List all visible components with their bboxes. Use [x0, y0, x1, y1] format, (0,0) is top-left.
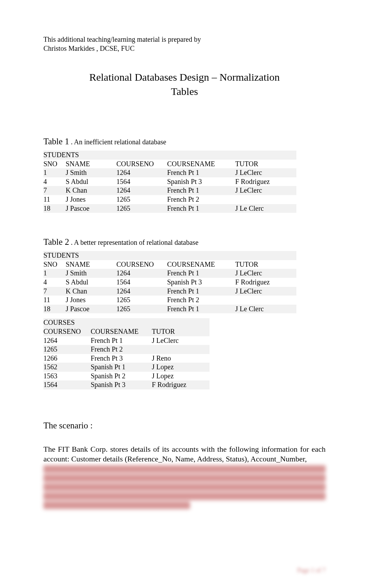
- table-row: 1563Spanish Pt 2J Lopez: [43, 372, 210, 381]
- table-header-row: COURSENO COURSENAME TUTOR: [43, 327, 210, 336]
- table1-caption-text: An inefficient relational database: [74, 138, 166, 146]
- col-courseno: COURSENO: [116, 160, 167, 169]
- table1-dot: .: [69, 138, 74, 146]
- col-coursename: COURSENAME: [167, 160, 235, 169]
- table1-title: STUDENTS: [43, 151, 296, 160]
- prep-line-1: This additional teaching/learning materi…: [43, 35, 201, 43]
- table1-students: STUDENTS SNO SNAME COURSENO COURSENAME T…: [43, 151, 296, 213]
- table-row: 18J Pascoe1265French Pt 1J Le Clerc: [43, 305, 296, 314]
- title-line-1: Relational Databases Design – Normalizat…: [43, 70, 326, 84]
- table-row: 1J Smith1264French Pt 1J LeClerc: [43, 168, 296, 177]
- scenario-heading: The scenario :: [43, 421, 326, 430]
- table2-students: STUDENTS SNO SNAME COURSENO COURSENAME T…: [43, 251, 296, 313]
- blurred-preview-text: [43, 465, 326, 509]
- table-row: 7K Chan1264French Pt 1J LeClerc: [43, 287, 296, 296]
- table2-courses-title: COURSES: [43, 318, 210, 327]
- table-header-row: SNO SNAME COURSENO COURSENAME TUTOR: [43, 160, 296, 169]
- table-row: 11J Jones1265French Pt 2: [43, 296, 296, 305]
- table-row: 1562Spanish Pt 1J Lopez: [43, 363, 210, 372]
- table-row: 1264French Pt 1J LeClerc: [43, 336, 210, 345]
- table2-dot: .: [69, 239, 74, 246]
- table-row: 7K Chan1264French Pt 1J LeClerc: [43, 186, 296, 195]
- table2-caption: Table 2 . A better representation of rel…: [43, 237, 326, 247]
- table2-label: Table 2: [43, 237, 69, 247]
- table-row: 1265French Pt 2: [43, 345, 210, 354]
- table-row: 1266French Pt 3J Reno: [43, 354, 210, 363]
- table-row: 1564Spanish Pt 3F Rodriguez: [43, 380, 210, 389]
- table-row: 1J Smith1264French Pt 1J LeClerc: [43, 269, 296, 278]
- prepared-by: This additional teaching/learning materi…: [43, 35, 326, 53]
- col-sname: SNAME: [66, 160, 116, 169]
- prep-line-2: Christos Markides , DCSE, FUC: [43, 45, 134, 52]
- scenario-body: The FIT Bank Corp. stores details of its…: [43, 444, 326, 464]
- table-row: 4S Abdul1564Spanish Pt 3F Rodriguez: [43, 177, 296, 186]
- col-tutor: TUTOR: [235, 160, 296, 169]
- table1-caption: Table 1 . An inefficient relational data…: [43, 137, 326, 146]
- document-page: This additional teaching/learning materi…: [0, 0, 369, 588]
- table-row: 4S Abdul1564Spanish Pt 3F Rodriguez: [43, 278, 296, 287]
- document-title: Relational Databases Design – Normalizat…: [43, 70, 326, 98]
- page-number: Page 1 of 7: [297, 567, 326, 574]
- col-sno: SNO: [43, 160, 66, 169]
- table1-label: Table 1: [43, 137, 69, 146]
- table2-students-title: STUDENTS: [43, 251, 296, 260]
- table-row: 18J Pascoe1265French Pt 1J Le Clerc: [43, 204, 296, 213]
- table2-courses: COURSES COURSENO COURSENAME TUTOR 1264Fr…: [43, 318, 210, 389]
- table2-caption-text: A better representation of relational da…: [74, 239, 198, 246]
- title-line-2: Tables: [171, 86, 198, 97]
- table-header-row: SNO SNAME COURSENO COURSENAME TUTOR: [43, 260, 296, 269]
- table-row: 11J Jones1265French Pt 2: [43, 195, 296, 204]
